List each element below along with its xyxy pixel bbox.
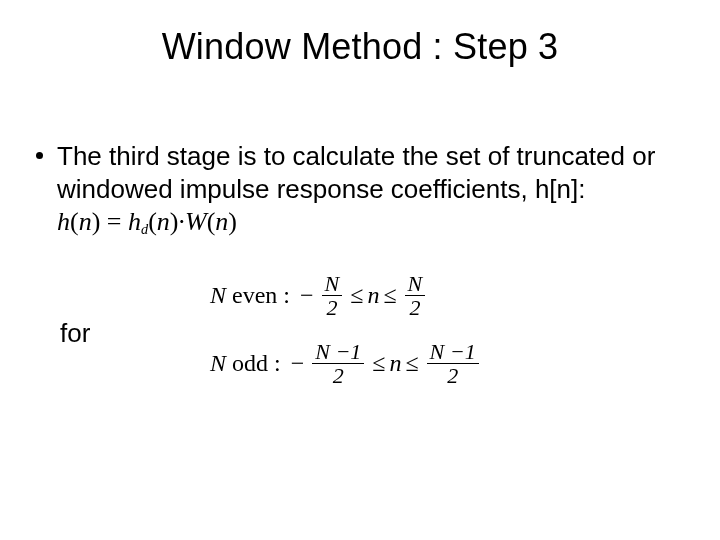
even-den2: 2: [406, 296, 423, 319]
odd-le1: ≤: [372, 350, 385, 377]
odd-frac-right: N −1 2: [427, 340, 479, 387]
eq-n2: n: [157, 207, 170, 236]
even-den1: 2: [323, 296, 340, 319]
even-neg: −: [300, 282, 314, 309]
condition-odd: N odd : − N −1 2 ≤ n ≤ N −1 2: [210, 340, 483, 387]
odd-le2: ≤: [405, 350, 418, 377]
even-n: n: [367, 282, 379, 309]
even-N: N: [210, 282, 226, 308]
eq-n3: n: [215, 207, 228, 236]
for-label: for: [60, 318, 90, 349]
even-num2: N: [405, 272, 426, 295]
odd-N: N: [210, 350, 226, 376]
condition-even: N even : − N 2 ≤ n ≤ N 2: [210, 272, 429, 319]
even-le1: ≤: [350, 282, 363, 309]
odd-den2: 2: [444, 364, 461, 387]
even-word: even :: [226, 282, 290, 308]
eq-h: h: [57, 207, 70, 236]
equation-h-eq-hdW: h(n) = hd(n)·W(n): [57, 207, 237, 236]
slide: Window Method : Step 3 The third stage i…: [0, 0, 720, 540]
bullet-item: The third stage is to calculate the set …: [36, 140, 684, 239]
odd-n: n: [389, 350, 401, 377]
odd-frac-left: N −1 2: [312, 340, 364, 387]
odd-word: odd :: [226, 350, 281, 376]
bullet-text: The third stage is to calculate the set …: [57, 140, 684, 239]
eq-hd-h: h: [128, 207, 141, 236]
slide-title: Window Method : Step 3: [0, 26, 720, 68]
bullet-dot-icon: [36, 152, 43, 159]
body-area: The third stage is to calculate the set …: [36, 140, 684, 251]
eq-equals: =: [107, 207, 122, 236]
odd-den1: 2: [330, 364, 347, 387]
eq-n1: n: [79, 207, 92, 236]
even-frac-left: N 2: [322, 272, 343, 319]
even-frac-right: N 2: [405, 272, 426, 319]
even-num1: N: [322, 272, 343, 295]
odd-num1: N −1: [312, 340, 364, 363]
odd-neg: −: [291, 350, 305, 377]
odd-num2: N −1: [427, 340, 479, 363]
bullet-copy: The third stage is to calculate the set …: [57, 141, 655, 204]
even-le2: ≤: [383, 282, 396, 309]
eq-W: W: [185, 207, 207, 236]
